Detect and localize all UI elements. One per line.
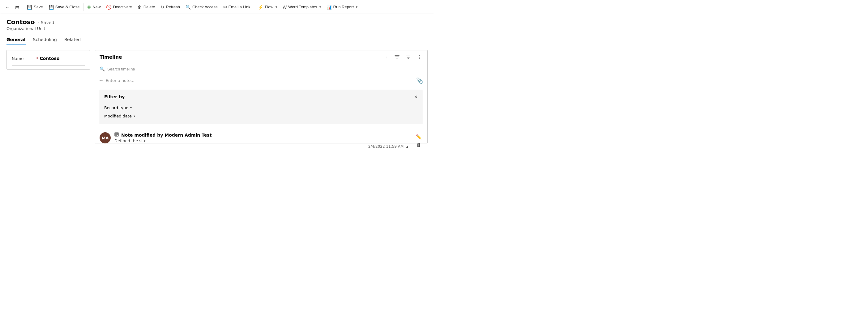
save-close-label: Save & Close: [55, 5, 80, 9]
record-title: Contoso: [6, 18, 35, 26]
word-templates-label: Word Templates: [288, 5, 317, 9]
email-link-label: Email a Link: [228, 5, 250, 9]
filter-header: Filter by ✕: [104, 94, 418, 100]
sort-icon: [406, 55, 411, 60]
back-button[interactable]: ←: [3, 2, 12, 13]
save-icon: 💾: [27, 5, 32, 9]
modified-date-label: Modified date: [104, 114, 132, 118]
timeline-add-button[interactable]: +: [384, 54, 390, 61]
email-link-icon: ✉: [223, 5, 227, 9]
item-body: Defined the site: [115, 138, 408, 143]
item-date: 2/4/2022 11:59 AM: [368, 144, 404, 149]
item-meta: 2/4/2022 11:59 AM ▲: [115, 144, 408, 149]
check-access-button[interactable]: 🔍 Check Access: [183, 2, 220, 13]
flow-chevron: ▾: [276, 5, 277, 9]
nav-button[interactable]: ⬒: [13, 2, 22, 13]
note-input-area: ✏️ Enter a note... 📎: [95, 74, 427, 87]
record-saved-status: - Saved: [38, 20, 55, 25]
item-delete-button[interactable]: 🗑: [415, 142, 423, 148]
tab-general[interactable]: General: [6, 35, 26, 45]
filter-close-button[interactable]: ✕: [413, 94, 418, 100]
email-link-button[interactable]: ✉ Email a Link: [221, 2, 253, 13]
item-title: Note modified by Modern Admin Test: [121, 132, 212, 137]
record-subtitle: Organizational Unit: [6, 26, 428, 31]
name-label: Name: [12, 56, 36, 61]
tab-scheduling[interactable]: Scheduling: [33, 35, 57, 45]
save-close-icon: 💾: [49, 5, 54, 9]
item-content: Note modified by Modern Admin Test Defin…: [115, 132, 408, 149]
note-placeholder[interactable]: Enter a note...: [106, 78, 414, 83]
search-icon: 🔍: [100, 66, 105, 71]
deactivate-label: Deactivate: [113, 5, 132, 9]
delete-button[interactable]: 🗑 Delete: [135, 2, 158, 13]
timeline-filter-button[interactable]: [393, 54, 401, 60]
note-edit-icon: ✏️: [100, 78, 103, 83]
run-report-label: Run Report: [333, 5, 354, 9]
flow-label: Flow: [265, 5, 273, 9]
refresh-label: Refresh: [166, 5, 180, 9]
deactivate-icon: 🚫: [106, 5, 111, 9]
run-report-chevron: ▾: [356, 5, 358, 9]
toolbar: ← ⬒ 💾 Save 💾 Save & Close ✚ New 🚫 Deacti…: [0, 0, 434, 14]
record-header: Contoso - Saved Organizational Unit: [0, 14, 434, 33]
new-button[interactable]: ✚ New: [85, 2, 103, 13]
attachment-icon[interactable]: 📎: [416, 77, 423, 84]
flow-icon: ⚡: [258, 5, 263, 9]
filter-panel: Filter by ✕ Record type ▾ Modified date …: [100, 90, 423, 124]
tab-related[interactable]: Related: [64, 35, 81, 45]
timeline-items: MA Note mod: [95, 127, 427, 154]
record-type-label: Record type: [104, 105, 128, 110]
new-icon: ✚: [87, 5, 91, 9]
note-icon: [115, 132, 119, 137]
expand-icon[interactable]: ▲: [406, 145, 408, 148]
back-icon: ←: [5, 5, 9, 9]
flow-button[interactable]: ⚡ Flow ▾: [255, 2, 279, 13]
run-report-button[interactable]: 📊 Run Report ▾: [324, 2, 360, 13]
timeline-panel: Timeline + ⋮ 🔍: [95, 50, 428, 144]
timeline-search: 🔍: [95, 64, 427, 74]
form-panel: Name * Contoso: [6, 50, 90, 144]
refresh-icon: ↻: [160, 5, 164, 9]
name-value: Contoso: [40, 56, 60, 61]
required-indicator: *: [36, 56, 39, 61]
filter-record-type[interactable]: Record type ▾: [104, 103, 418, 112]
item-edit-button[interactable]: ✏️: [415, 133, 423, 140]
item-action-buttons: ✏️ 🗑: [415, 132, 423, 149]
timeline-header: Timeline + ⋮: [95, 51, 427, 64]
timeline-actions: + ⋮: [384, 54, 423, 61]
name-field: Name * Contoso: [12, 54, 85, 63]
delete-label: Delete: [144, 5, 155, 9]
refresh-button[interactable]: ↻ Refresh: [158, 2, 182, 13]
save-label: Save: [34, 5, 43, 9]
word-templates-button[interactable]: W Word Templates ▾: [280, 2, 323, 13]
new-label: New: [92, 5, 100, 9]
save-button[interactable]: 💾 Save: [24, 2, 45, 13]
separator-1: [23, 3, 23, 11]
main-content: Name * Contoso Timeline +: [0, 45, 434, 148]
avatar: MA: [100, 132, 111, 144]
separator-3: [254, 3, 254, 11]
tabs: General Scheduling Related: [0, 35, 434, 45]
check-access-label: Check Access: [192, 5, 218, 9]
run-report-icon: 📊: [327, 5, 332, 9]
save-close-button[interactable]: 💾 Save & Close: [46, 2, 82, 13]
modified-date-chevron: ▾: [133, 114, 135, 118]
timeline-sort-button[interactable]: [404, 54, 412, 60]
search-input[interactable]: [107, 67, 423, 71]
timeline-more-button[interactable]: ⋮: [415, 54, 423, 61]
filter-modified-date[interactable]: Modified date ▾: [104, 112, 418, 120]
word-templates-chevron: ▾: [319, 5, 321, 9]
timeline-item-wrapper: MA Note mod: [100, 130, 423, 151]
nav-icon: ⬒: [15, 5, 19, 9]
filter-icon: [395, 55, 400, 60]
item-title-row: Note modified by Modern Admin Test: [115, 132, 408, 137]
deactivate-button[interactable]: 🚫 Deactivate: [103, 2, 134, 13]
form-section: Name * Contoso: [6, 50, 90, 69]
record-type-chevron: ▾: [130, 106, 132, 110]
timeline-title: Timeline: [100, 54, 122, 60]
delete-icon: 🗑: [137, 5, 142, 9]
word-templates-icon: W: [283, 5, 287, 9]
table-row: MA Note mod: [100, 130, 423, 151]
filter-title: Filter by: [104, 94, 125, 99]
separator-2: [83, 3, 84, 11]
